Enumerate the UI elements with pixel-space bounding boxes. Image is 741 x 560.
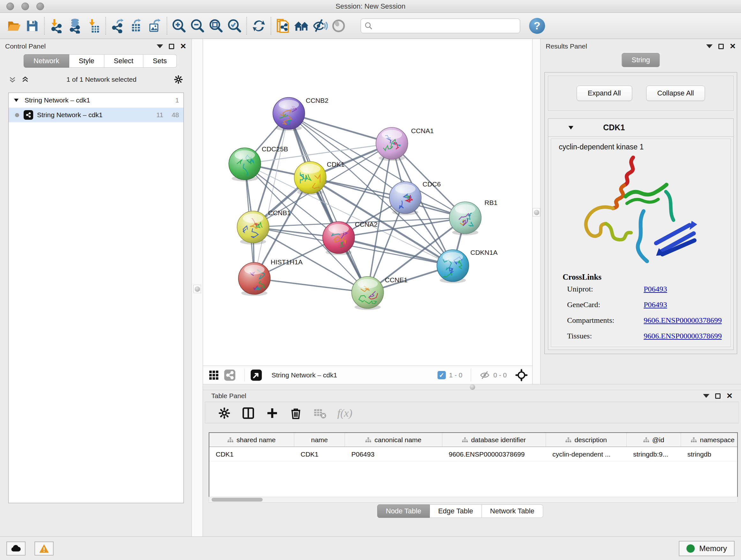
import-database-button[interactable] <box>66 16 84 36</box>
crosslink-uniprot-link[interactable]: P06493 <box>644 285 667 294</box>
network-node-CDKN1A[interactable]: CDKN1A <box>437 249 497 283</box>
horizontal-splitter[interactable] <box>203 384 741 390</box>
tab-edge-table[interactable]: Edge Table <box>430 504 482 518</box>
collapse-all-button[interactable]: Collapse All <box>646 85 705 101</box>
table-cell[interactable]: stringdb <box>681 447 738 461</box>
table-horizontal-scrollbar[interactable] <box>209 497 738 503</box>
birds-eye-view-icon[interactable] <box>250 369 263 381</box>
cloud-status-button[interactable] <box>6 542 25 556</box>
network-node-CCNE1[interactable]: CCNE1 <box>352 276 408 310</box>
tab-string[interactable]: String <box>622 53 660 67</box>
expand-all-button[interactable]: Expand All <box>577 85 632 101</box>
export-table-icon <box>129 18 144 33</box>
tab-network[interactable]: Network <box>23 54 69 68</box>
network-edge-HIST1H1A-CCNE1[interactable] <box>254 278 367 293</box>
delete-icon[interactable] <box>289 407 302 420</box>
columns-icon[interactable] <box>242 407 255 420</box>
horizontal-splitter-handle[interactable] <box>468 383 476 391</box>
left-splitter-handle[interactable] <box>193 285 201 293</box>
home-pages-button[interactable] <box>292 16 311 36</box>
help-button[interactable]: ? <box>529 18 545 34</box>
left-splitter[interactable] <box>192 39 203 537</box>
network-edge-CCNB2-HIST1H1A[interactable] <box>254 113 289 278</box>
network-canvas[interactable]: CCNB2CCNA1CDC25BCDK1CDC6RB1CCNB1CCNA2CDK… <box>203 39 532 366</box>
zoom-out-button[interactable] <box>188 16 207 36</box>
crosslink-genecard-link[interactable]: P06493 <box>644 300 667 309</box>
network-share-view-icon[interactable] <box>223 369 236 381</box>
column-header-description[interactable]: description <box>546 433 627 447</box>
zoom-fit-button[interactable] <box>207 16 225 36</box>
panel-maximize-icon[interactable] <box>718 44 724 49</box>
panel-close-icon[interactable]: ✕ <box>726 392 733 400</box>
import-table-button[interactable] <box>84 16 103 36</box>
add-column-icon[interactable] <box>266 407 279 420</box>
right-splitter-handle[interactable] <box>533 208 540 216</box>
network-edge-CDK1-RB1[interactable] <box>310 178 465 218</box>
table-cell[interactable]: CDK1 <box>209 447 294 461</box>
tab-sets[interactable]: Sets <box>143 54 177 68</box>
export-table-button[interactable] <box>127 16 145 36</box>
import-network-button[interactable] <box>47 16 66 36</box>
column-header-name[interactable]: name <box>294 433 345 447</box>
save-session-button[interactable] <box>23 16 42 36</box>
network-node-CCNB2[interactable]: CCNB2 <box>273 97 328 131</box>
hide-details-button[interactable] <box>311 16 329 36</box>
panel-float-icon[interactable] <box>157 44 163 48</box>
export-image-button[interactable] <box>145 16 164 36</box>
table-cell[interactable]: 9606.ENSP00000378699 <box>442 447 546 461</box>
table-cell[interactable]: cyclin-dependent ... <box>546 447 627 461</box>
network-node-RB1[interactable]: RB1 <box>449 199 497 235</box>
tab-node-table[interactable]: Node Table <box>377 504 430 518</box>
fit-selected-crosshair-icon[interactable] <box>515 369 528 381</box>
delete-table-icon[interactable] <box>313 407 327 420</box>
table-cell[interactable]: P06493 <box>345 447 442 461</box>
network-collection-row[interactable]: String Network – cdk1 1 <box>9 93 184 108</box>
panel-maximize-icon[interactable] <box>169 44 174 49</box>
node-collapse-icon[interactable] <box>567 124 575 131</box>
table-cell[interactable]: CDK1 <box>294 447 345 461</box>
selected-nodes-checkbox[interactable]: ✓ <box>437 371 446 379</box>
column-header-canonical-name[interactable]: canonical name <box>345 433 442 447</box>
table-row[interactable]: CDK1CDK1P064939606.ENSP00000378699cyclin… <box>209 447 737 462</box>
panel-maximize-icon[interactable] <box>715 393 721 399</box>
network-node-CDK1[interactable]: CDK1 <box>294 161 345 195</box>
hidden-eye-icon[interactable] <box>479 370 490 381</box>
table-cell[interactable]: stringdb:9... <box>627 447 681 461</box>
search-input[interactable] <box>373 22 507 30</box>
export-network-button[interactable] <box>109 16 127 36</box>
zoom-selected-button[interactable] <box>225 16 244 36</box>
tab-select[interactable]: Select <box>105 54 143 68</box>
memory-button[interactable]: Memory <box>679 541 735 556</box>
network-row[interactable]: String Network – cdk1 11 48 <box>9 108 184 122</box>
crosslink-compartments-link[interactable]: 9606.ENSP00000378699 <box>644 316 722 325</box>
column-header-namespace[interactable]: namespace <box>681 433 738 447</box>
warnings-button[interactable] <box>35 542 54 556</box>
collection-expand-icon[interactable] <box>13 97 19 104</box>
panel-close-icon[interactable]: ✕ <box>730 43 736 50</box>
zoom-in-button[interactable] <box>170 16 188 36</box>
right-splitter[interactable] <box>532 39 541 384</box>
share-clipboard-button[interactable] <box>274 16 292 36</box>
network-node-CDC25B[interactable]: CDC25B <box>229 145 288 181</box>
scrollbar-thumb[interactable] <box>212 498 263 502</box>
search-box[interactable] <box>360 18 520 33</box>
refresh-button[interactable] <box>250 16 268 36</box>
graphics-details-button[interactable] <box>329 16 348 36</box>
panel-float-icon[interactable] <box>703 394 710 398</box>
network-options-gear-icon[interactable] <box>174 75 183 84</box>
column-header--id[interactable]: @id <box>627 433 681 447</box>
crosslink-tissues-link[interactable]: 9606.ENSP00000378699 <box>644 332 722 340</box>
expand-all-icon[interactable] <box>21 75 29 84</box>
panel-float-icon[interactable] <box>706 44 713 48</box>
tab-network-table[interactable]: Network Table <box>482 504 543 518</box>
panel-close-icon[interactable]: ✕ <box>180 43 186 50</box>
grid-view-icon[interactable] <box>207 369 220 381</box>
column-header-database-identifier[interactable]: database identifier <box>442 433 546 447</box>
collapse-all-icon[interactable] <box>8 75 17 84</box>
column-header-shared-name[interactable]: shared name <box>209 433 294 447</box>
gear-icon[interactable] <box>218 407 231 420</box>
network-node-HIST1H1A[interactable]: HIST1H1A <box>239 258 302 296</box>
open-session-button[interactable] <box>4 16 23 36</box>
tab-style[interactable]: Style <box>69 54 105 68</box>
function-builder-icon[interactable]: f(x) <box>337 407 352 419</box>
